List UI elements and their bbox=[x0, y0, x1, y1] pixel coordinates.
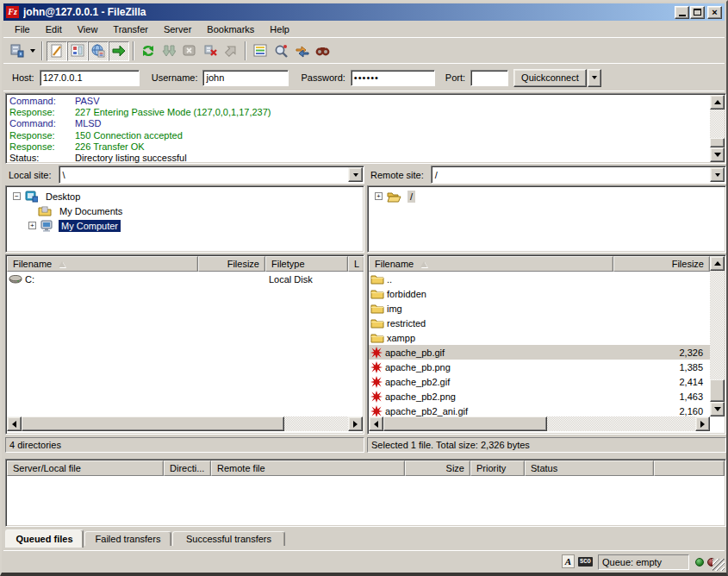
compare-button[interactable] bbox=[271, 41, 291, 61]
scroll-thumb[interactable] bbox=[710, 138, 725, 147]
scroll-down-button[interactable] bbox=[710, 402, 725, 416]
scroll-left-button[interactable] bbox=[369, 416, 383, 431]
column-header-filename[interactable]: Filename bbox=[7, 256, 198, 272]
column-header-filename[interactable]: Filename bbox=[369, 256, 613, 272]
reconnect-button[interactable] bbox=[221, 41, 241, 61]
transfer-type-icon[interactable]: A bbox=[562, 554, 575, 568]
folder-open-icon bbox=[387, 191, 402, 203]
menu-view[interactable]: View bbox=[70, 22, 106, 36]
expand-icon[interactable]: + bbox=[375, 192, 383, 200]
folder-icon bbox=[370, 317, 384, 329]
port-input[interactable] bbox=[470, 70, 508, 86]
menu-bookmarks[interactable]: Bookmarks bbox=[199, 22, 262, 36]
toggle-local-tree-button[interactable] bbox=[67, 41, 88, 61]
refresh-icon bbox=[140, 44, 156, 58]
column-header-direction[interactable]: Directi... bbox=[164, 460, 211, 476]
drive-icon bbox=[9, 275, 22, 284]
username-input[interactable]: john bbox=[202, 70, 289, 86]
remote-horizontal-scrollbar[interactable] bbox=[369, 416, 710, 431]
refresh-button[interactable] bbox=[138, 41, 159, 61]
scroll-right-button[interactable] bbox=[348, 416, 363, 431]
table-row[interactable]: apache_pb2.png 1,463 bbox=[369, 389, 710, 404]
table-row[interactable]: apache_pb2.gif 2,414 bbox=[369, 374, 710, 389]
table-row[interactable]: C: Local Disk bbox=[7, 272, 363, 286]
column-header-size[interactable]: Size bbox=[405, 460, 470, 476]
menu-file[interactable]: File bbox=[7, 22, 38, 36]
table-row[interactable]: apache_pb.png 1,385 bbox=[369, 360, 710, 374]
tab-failed-transfers[interactable]: Failed transfers bbox=[84, 531, 171, 546]
cancel-button[interactable] bbox=[179, 41, 200, 61]
remote-site-combo[interactable]: / bbox=[431, 166, 726, 184]
tab-successful-transfers[interactable]: Successful transfers bbox=[172, 531, 285, 546]
local-horizontal-scrollbar[interactable] bbox=[7, 416, 363, 431]
scroll-right-button[interactable] bbox=[695, 416, 710, 431]
log-line: Response:227 Entering Passive Mode (127,… bbox=[6, 107, 725, 118]
local-list-header: Filename Filesize Filetype L bbox=[7, 256, 364, 272]
column-header-filesize[interactable]: Filesize bbox=[613, 256, 710, 272]
remote-list-header: Filename Filesize bbox=[369, 256, 710, 272]
maximize-button[interactable] bbox=[690, 6, 705, 19]
menu-transfer[interactable]: Transfer bbox=[105, 22, 156, 36]
close-button[interactable]: × bbox=[707, 6, 722, 19]
title-bar[interactable]: Fz john@127.0.0.1 - FileZilla × bbox=[3, 3, 725, 21]
scroll-thumb[interactable] bbox=[383, 416, 547, 431]
menu-edit[interactable]: Edit bbox=[38, 22, 70, 36]
quickconnect-button[interactable]: Quickconnect bbox=[513, 69, 587, 87]
host-input[interactable]: 127.0.0.1 bbox=[40, 70, 140, 86]
scroll-left-button[interactable] bbox=[7, 416, 22, 431]
tree-item-my-documents[interactable]: My Documents bbox=[28, 203, 125, 218]
column-header-remote-file[interactable]: Remote file bbox=[211, 460, 405, 476]
log-scrollbar[interactable] bbox=[710, 95, 725, 162]
site-manager-dropdown[interactable] bbox=[28, 41, 38, 61]
tree-item-root[interactable]: + / bbox=[375, 189, 415, 203]
combo-dropdown-button[interactable] bbox=[710, 167, 725, 182]
table-row[interactable]: forbidden bbox=[369, 286, 710, 301]
table-row[interactable]: .. bbox=[369, 272, 710, 286]
speed-limits-icon[interactable]: SCO bbox=[578, 557, 593, 567]
sync-browsing-icon bbox=[295, 44, 309, 58]
local-site-combo[interactable]: \ bbox=[59, 166, 364, 184]
combo-dropdown-button[interactable] bbox=[348, 167, 363, 182]
disconnect-button[interactable] bbox=[200, 41, 221, 61]
tree-item-desktop[interactable]: − Desktop bbox=[13, 189, 83, 203]
scroll-up-button[interactable] bbox=[710, 95, 725, 110]
chevron-down-icon bbox=[30, 49, 35, 53]
filter-button[interactable] bbox=[250, 41, 271, 61]
table-row[interactable]: img bbox=[369, 301, 710, 316]
column-header-filetype[interactable]: Filetype bbox=[265, 256, 348, 272]
remote-vertical-scrollbar[interactable] bbox=[710, 256, 725, 416]
table-row-selected[interactable]: apache_pb.gif 2,326 bbox=[369, 345, 710, 360]
password-input[interactable]: •••••• bbox=[351, 70, 435, 86]
collapse-icon[interactable]: − bbox=[13, 192, 21, 200]
column-header-lastmodified[interactable]: L bbox=[348, 256, 364, 272]
resize-grip[interactable] bbox=[712, 559, 725, 571]
column-header-status[interactable]: Status bbox=[525, 460, 654, 476]
quickconnect-dropdown[interactable] bbox=[588, 69, 601, 87]
column-header-filesize[interactable]: Filesize bbox=[198, 256, 265, 272]
binoculars-icon bbox=[315, 45, 330, 57]
menu-help[interactable]: Help bbox=[262, 22, 297, 36]
find-files-button[interactable] bbox=[312, 41, 333, 61]
menu-bar: File Edit View Transfer Server Bookmarks… bbox=[3, 22, 725, 38]
tab-queued-files[interactable]: Queued files bbox=[5, 529, 84, 548]
sync-browsing-button[interactable] bbox=[291, 41, 312, 61]
toggle-message-log-button[interactable] bbox=[47, 41, 67, 61]
site-manager-button[interactable] bbox=[7, 41, 28, 61]
menu-server[interactable]: Server bbox=[156, 22, 199, 36]
scroll-thumb[interactable] bbox=[710, 379, 725, 402]
column-header-server-local-file[interactable]: Server/Local file bbox=[7, 460, 164, 476]
scroll-down-button[interactable] bbox=[710, 147, 725, 162]
scroll-up-button[interactable] bbox=[710, 256, 725, 271]
minimize-button[interactable] bbox=[675, 6, 689, 19]
cancel-icon bbox=[183, 45, 196, 57]
column-header-priority[interactable]: Priority bbox=[470, 460, 525, 476]
tree-item-my-computer[interactable]: + My Computer bbox=[28, 218, 121, 233]
toggle-remote-tree-button[interactable] bbox=[88, 41, 109, 61]
toggle-queue-button[interactable] bbox=[109, 41, 129, 61]
table-row[interactable]: restricted bbox=[369, 316, 710, 330]
process-queue-button[interactable] bbox=[159, 41, 179, 61]
scroll-thumb[interactable] bbox=[22, 416, 284, 431]
expand-icon[interactable]: + bbox=[28, 222, 36, 229]
log-line: Response:226 Transfer OK bbox=[6, 141, 725, 153]
table-row[interactable]: xampp bbox=[369, 330, 710, 345]
